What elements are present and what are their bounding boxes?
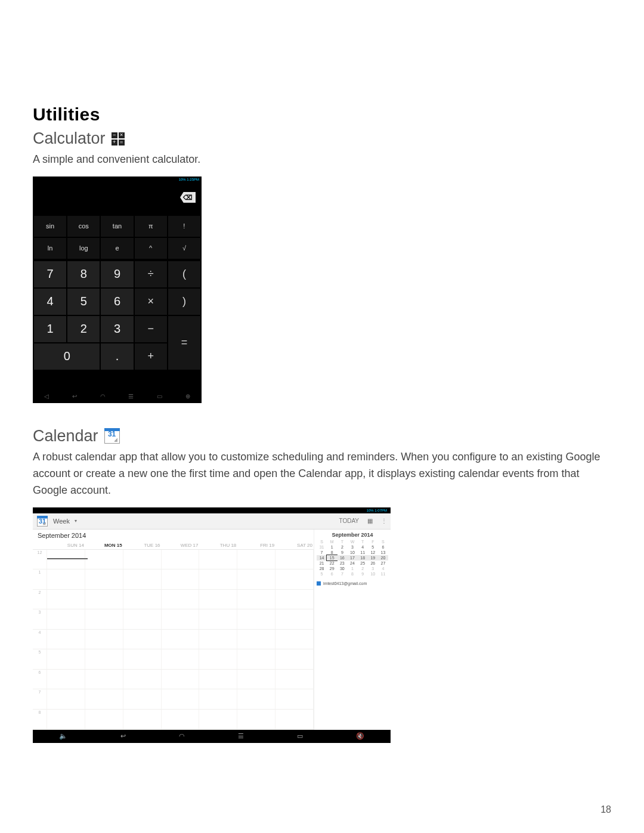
hour-rows[interactable]: 12 1 2 3 4 5 6 7 8 bbox=[33, 550, 314, 730]
chevron-down-icon: ▾ bbox=[75, 518, 77, 524]
nav-recent-icon[interactable]: ☰ bbox=[128, 393, 134, 400]
nav-undo-icon[interactable]: ↩ bbox=[72, 393, 77, 400]
day-header[interactable]: MON 15 bbox=[85, 541, 123, 549]
sqrt-button[interactable]: √ bbox=[168, 238, 200, 259]
calendar-toolbar: 31 Week ▾ TODAY ▦ ⋮ bbox=[33, 513, 391, 529]
nav-screenshot-icon[interactable]: ▭ bbox=[297, 732, 303, 740]
nav-recent-icon[interactable]: ☰ bbox=[238, 732, 244, 740]
nav-home-icon[interactable]: ◠ bbox=[100, 393, 106, 400]
calculator-icon: − × + = bbox=[112, 132, 125, 145]
month-label: September 2014 bbox=[33, 529, 314, 541]
minus-button[interactable]: − bbox=[135, 316, 167, 342]
num-keypad: 7 8 9 ÷ ( 4 5 6 × ) 1 2 3 − = 0 . + bbox=[33, 260, 202, 371]
today-button[interactable]: TODAY bbox=[339, 518, 359, 524]
mini-month-title: September 2014 bbox=[317, 532, 388, 538]
account-color-swatch bbox=[317, 581, 321, 586]
rparen-button[interactable]: ) bbox=[168, 289, 200, 315]
page: Utilities Calculator − × + = A simple an… bbox=[0, 0, 644, 833]
toolbar-right: TODAY ▦ ⋮ bbox=[339, 518, 387, 524]
nav-home-icon[interactable]: ◠ bbox=[179, 732, 185, 740]
log-button[interactable]: log bbox=[67, 238, 100, 259]
calculator-description: A simple and convenient calculator. bbox=[33, 151, 611, 168]
heading-calendar-text: Calendar bbox=[33, 427, 98, 445]
key-6[interactable]: 6 bbox=[101, 289, 133, 315]
power-button[interactable]: ^ bbox=[135, 238, 167, 259]
day-header[interactable]: SUN 14 bbox=[47, 541, 85, 549]
page-number: 18 bbox=[600, 804, 611, 815]
key-7[interactable]: 7 bbox=[34, 261, 66, 287]
new-event-icon[interactable]: ▦ bbox=[367, 518, 373, 524]
ln-button[interactable]: ln bbox=[34, 238, 66, 259]
nav-screenshot-icon[interactable]: ▭ bbox=[157, 393, 162, 400]
sci-keypad: sin cos tan π ! ln log e ^ √ bbox=[33, 215, 202, 260]
nav-back-icon[interactable]: ↩ bbox=[120, 732, 126, 740]
nav-bar: 🔈 ↩ ◠ ☰ ▭ 🔇 bbox=[33, 730, 391, 743]
cos-button[interactable]: cos bbox=[67, 216, 100, 237]
day-headers: SUN 14 MON 15 TUE 16 WED 17 THU 18 FRI 1… bbox=[33, 541, 314, 550]
day-header[interactable]: SAT 20 bbox=[275, 541, 314, 549]
e-button[interactable]: e bbox=[101, 238, 133, 259]
toolbar-left: 31 Week ▾ bbox=[36, 515, 77, 527]
overflow-icon[interactable]: ⋮ bbox=[381, 518, 387, 524]
tan-button[interactable]: tan bbox=[101, 216, 133, 237]
nav-extra-icon[interactable]: ⊕ bbox=[185, 393, 190, 400]
calendar-description: A robust calendar app that allow you to … bbox=[33, 449, 611, 499]
multiply-button[interactable]: × bbox=[135, 289, 167, 315]
calendar-app-icon[interactable]: 31 bbox=[37, 516, 48, 527]
day-header[interactable]: WED 17 bbox=[162, 541, 200, 549]
factorial-button[interactable]: ! bbox=[168, 216, 200, 237]
account-email: imtest0413@gmail.com bbox=[323, 581, 367, 586]
calculator-screenshot: 10% 1:25PM ⌫ sin cos tan π ! ln log e ^ … bbox=[33, 176, 202, 403]
key-1[interactable]: 1 bbox=[34, 316, 66, 342]
plus-button[interactable]: + bbox=[135, 343, 167, 370]
nav-back-icon[interactable]: ◁ bbox=[44, 393, 49, 400]
nav-volume-icon[interactable]: 🔈 bbox=[59, 732, 67, 740]
status-bar: 10% 1:07PM bbox=[33, 507, 391, 513]
key-4[interactable]: 4 bbox=[34, 289, 66, 315]
heading-calculator: Calculator − × + = bbox=[33, 129, 611, 148]
nav-mute-icon[interactable]: 🔇 bbox=[356, 732, 364, 740]
day-header[interactable]: TUE 16 bbox=[123, 541, 162, 549]
calendar-sidebar: September 2014 SMTWTFS311234567891011121… bbox=[314, 529, 391, 730]
calendar-main: September 2014 SUN 14 MON 15 TUE 16 WED … bbox=[33, 529, 314, 730]
key-0[interactable]: 0 bbox=[34, 343, 100, 370]
day-header[interactable]: FRI 19 bbox=[237, 541, 275, 549]
key-2[interactable]: 2 bbox=[67, 316, 100, 342]
key-8[interactable]: 8 bbox=[67, 261, 100, 287]
heading-utilities: Utilities bbox=[33, 104, 611, 125]
nav-bar: ◁ ↩ ◠ ☰ ▭ ⊕ bbox=[33, 390, 202, 403]
account-row[interactable]: imtest0413@gmail.com bbox=[317, 581, 388, 586]
view-dropdown[interactable]: Week bbox=[53, 518, 70, 525]
day-header[interactable]: THU 18 bbox=[199, 541, 237, 549]
lparen-button[interactable]: ( bbox=[168, 261, 200, 287]
calendar-icon: 31 bbox=[104, 428, 120, 444]
heading-calculator-text: Calculator bbox=[33, 129, 106, 148]
status-bar: 10% 1:25PM bbox=[33, 176, 202, 182]
pi-button[interactable]: π bbox=[135, 216, 167, 237]
calc-display[interactable]: ⌫ bbox=[33, 182, 202, 215]
key-5[interactable]: 5 bbox=[67, 289, 100, 315]
divide-button[interactable]: ÷ bbox=[135, 261, 167, 287]
heading-calendar: Calendar 31 bbox=[33, 427, 611, 445]
key-3[interactable]: 3 bbox=[101, 316, 133, 342]
decimal-button[interactable]: . bbox=[101, 343, 133, 370]
delete-button[interactable]: ⌫ bbox=[180, 192, 196, 203]
mini-month-grid[interactable]: SMTWTFS311234567891011121314151617181920… bbox=[317, 539, 388, 577]
sin-button[interactable]: sin bbox=[34, 216, 66, 237]
key-9[interactable]: 9 bbox=[101, 261, 133, 287]
calendar-screenshot: 10% 1:07PM 31 Week ▾ TODAY ▦ ⋮ September… bbox=[33, 507, 391, 743]
calendar-body: September 2014 SUN 14 MON 15 TUE 16 WED … bbox=[33, 529, 391, 730]
equals-button[interactable]: = bbox=[168, 316, 200, 370]
